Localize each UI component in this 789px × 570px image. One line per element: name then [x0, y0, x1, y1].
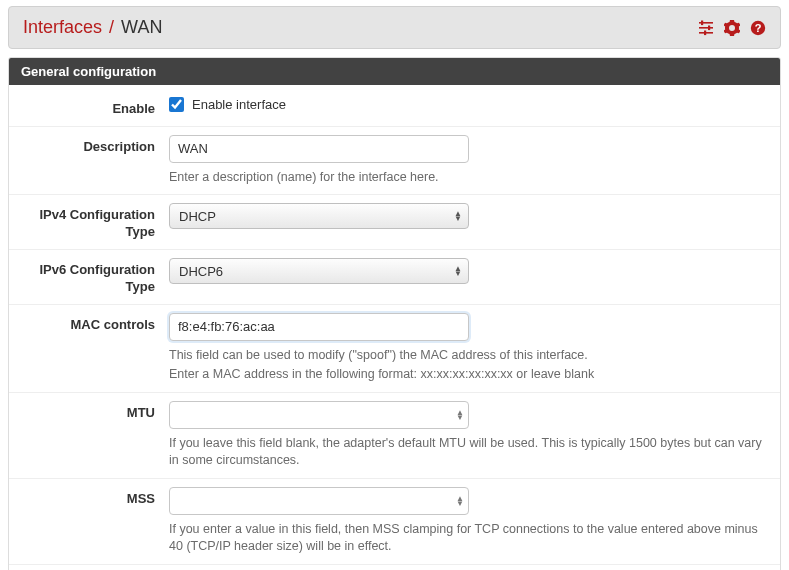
- mac-help-2: Enter a MAC address in the following for…: [169, 366, 768, 384]
- ipv6-type-select[interactable]: DHCP6 ▲▼: [169, 258, 469, 284]
- header-icons: ?: [698, 20, 766, 36]
- ipv6-type-value: DHCP6: [179, 264, 223, 279]
- svg-rect-5: [704, 30, 706, 35]
- row-mss: MSS ▲▼ If you enter a value in this fiel…: [9, 478, 780, 564]
- enable-checkbox-label: Enable interface: [192, 97, 286, 112]
- row-speed-duplex: Speed and Duplex Default (no preference,…: [9, 564, 780, 570]
- breadcrumb: Interfaces / WAN: [23, 17, 162, 38]
- enable-checkbox[interactable]: [169, 97, 184, 112]
- mss-input[interactable]: [169, 487, 469, 515]
- mtu-help: If you leave this field blank, the adapt…: [169, 435, 768, 470]
- row-ipv6-type: IPv6 Configuration Type DHCP6 ▲▼: [9, 249, 780, 304]
- mss-help: If you enter a value in this field, then…: [169, 521, 768, 556]
- label-mss: MSS: [9, 487, 169, 556]
- row-mtu: MTU ▲▼ If you leave this field blank, th…: [9, 392, 780, 478]
- label-ipv4-type: IPv4 Configuration Type: [9, 203, 169, 241]
- chevron-updown-icon: ▲▼: [454, 266, 462, 276]
- enable-checkbox-wrap[interactable]: Enable interface: [169, 97, 768, 112]
- label-mtu: MTU: [9, 401, 169, 470]
- row-ipv4-type: IPv4 Configuration Type DHCP ▲▼: [9, 194, 780, 249]
- breadcrumb-sep: /: [109, 17, 114, 37]
- label-ipv6-type: IPv6 Configuration Type: [9, 258, 169, 296]
- help-icon[interactable]: ?: [750, 20, 766, 36]
- description-help: Enter a description (name) for the inter…: [169, 169, 768, 187]
- svg-text:?: ?: [755, 22, 762, 34]
- gear-icon[interactable]: [724, 20, 740, 36]
- row-enable: Enable Enable interface: [9, 85, 780, 126]
- breadcrumb-leaf: WAN: [121, 17, 162, 37]
- row-mac: MAC controls This field can be used to m…: [9, 304, 780, 392]
- mtu-input[interactable]: [169, 401, 469, 429]
- description-input[interactable]: [169, 135, 469, 163]
- breadcrumb-root[interactable]: Interfaces: [23, 17, 102, 37]
- sliders-icon[interactable]: [698, 20, 714, 36]
- general-config-panel: General configuration Enable Enable inte…: [8, 57, 781, 570]
- label-description: Description: [9, 135, 169, 187]
- ipv4-type-select[interactable]: DHCP ▲▼: [169, 203, 469, 229]
- label-enable: Enable: [9, 97, 169, 118]
- row-description: Description Enter a description (name) f…: [9, 126, 780, 195]
- mac-input[interactable]: [169, 313, 469, 341]
- mac-help-1: This field can be used to modify ("spoof…: [169, 347, 768, 365]
- ipv4-type-value: DHCP: [179, 209, 216, 224]
- chevron-updown-icon: ▲▼: [454, 211, 462, 221]
- panel-title: General configuration: [9, 58, 780, 85]
- svg-rect-1: [699, 27, 713, 29]
- svg-rect-3: [701, 20, 703, 25]
- label-mac: MAC controls: [9, 313, 169, 384]
- page-header: Interfaces / WAN ?: [8, 6, 781, 49]
- svg-rect-4: [708, 25, 710, 30]
